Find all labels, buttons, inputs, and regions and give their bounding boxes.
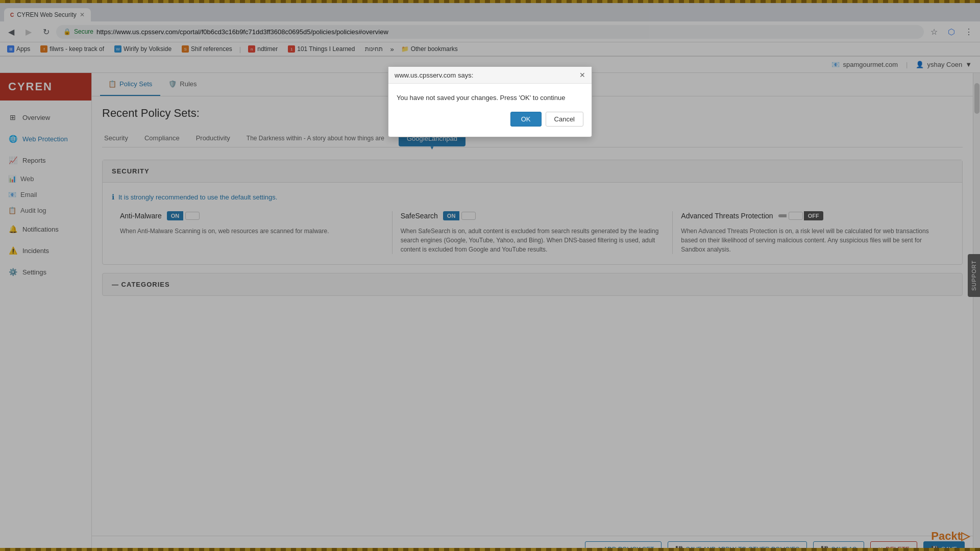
dialog-cancel-button[interactable]: Cancel — [546, 112, 583, 127]
dialog-titlebar: www.us.cpsserv.com says: ✕ — [388, 67, 592, 84]
dialog-buttons: OK Cancel — [397, 112, 583, 127]
dialog-title: www.us.cpsserv.com says: — [395, 71, 473, 79]
dialog-body: You have not saved your changes. Press '… — [388, 84, 592, 137]
dialog-message: You have not saved your changes. Press '… — [397, 94, 583, 102]
dialog-ok-button[interactable]: OK — [510, 112, 542, 127]
dialog-box: www.us.cpsserv.com says: ✕ You have not … — [388, 66, 592, 137]
dialog-close-button[interactable]: ✕ — [579, 71, 585, 79]
dialog-overlay: www.us.cpsserv.com says: ✕ You have not … — [0, 0, 980, 551]
